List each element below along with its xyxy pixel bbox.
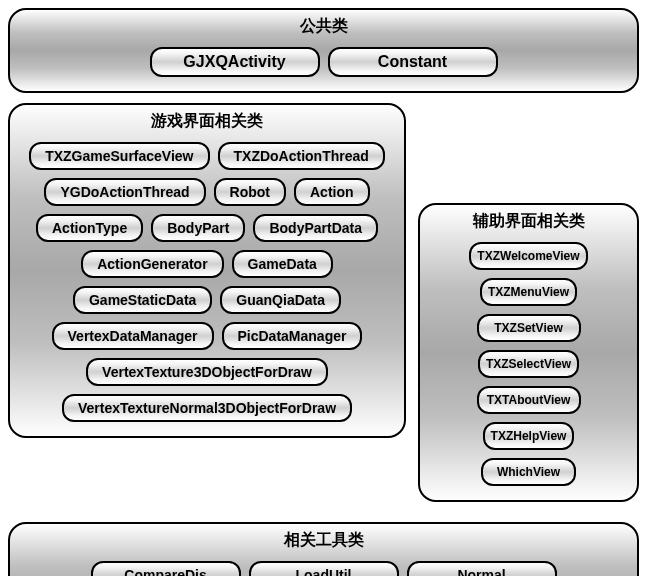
- class-node: LoadUtil: [249, 561, 399, 576]
- aux-ui-title: 辅助界面相关类: [430, 211, 627, 232]
- class-node: YGDoActionThread: [44, 178, 205, 206]
- public-class-title: 公共类: [20, 16, 627, 37]
- class-node: BodyPart: [151, 214, 245, 242]
- class-node: Normal: [407, 561, 557, 576]
- game-ui-panel: 游戏界面相关类 TXZGameSurfaceView TXZDoActionTh…: [8, 103, 406, 438]
- class-node: TXZSelectView: [478, 350, 579, 378]
- class-node: TXZWelcomeView: [469, 242, 587, 270]
- class-node: TXTAboutView: [477, 386, 581, 414]
- class-node: Robot: [214, 178, 286, 206]
- game-ui-title: 游戏界面相关类: [20, 111, 394, 132]
- tool-class-panel: 相关工具类 CompareDis LoadUtil Normal ScreenS…: [8, 522, 639, 576]
- class-node: VertexTextureNormal3DObjectForDraw: [62, 394, 352, 422]
- public-class-panel: 公共类 GJXQActivity Constant: [8, 8, 639, 93]
- class-node: TXZHelpView: [483, 422, 575, 450]
- class-node: BodyPartData: [253, 214, 378, 242]
- class-node: Action: [294, 178, 370, 206]
- class-node: PicDataManager: [222, 322, 363, 350]
- tool-class-title: 相关工具类: [20, 530, 627, 551]
- class-node: TXZSetView: [477, 314, 581, 342]
- class-node: WhichView: [481, 458, 576, 486]
- class-node: GameData: [232, 250, 333, 278]
- class-node: GameStaticData: [73, 286, 212, 314]
- class-node: TXZDoActionThread: [218, 142, 385, 170]
- class-node: VertexDataManager: [52, 322, 214, 350]
- aux-ui-panel: 辅助界面相关类 TXZWelcomeView TXZMenuView TXZSe…: [418, 203, 639, 502]
- class-node: GJXQActivity: [150, 47, 320, 77]
- class-node: TXZGameSurfaceView: [29, 142, 209, 170]
- class-node: ActionGenerator: [81, 250, 223, 278]
- class-node: CompareDis: [91, 561, 241, 576]
- class-node: VertexTexture3DObjectForDraw: [86, 358, 328, 386]
- class-node: Constant: [328, 47, 498, 77]
- class-node: GuanQiaData: [220, 286, 341, 314]
- class-node: TXZMenuView: [480, 278, 577, 306]
- class-node: ActionType: [36, 214, 143, 242]
